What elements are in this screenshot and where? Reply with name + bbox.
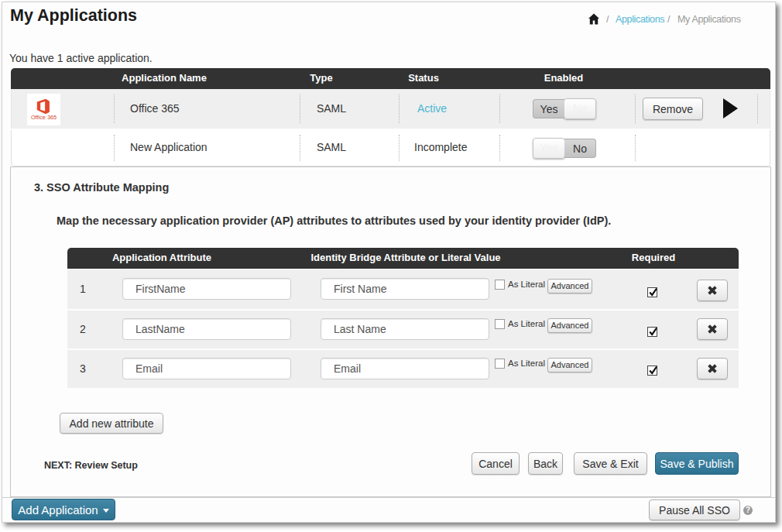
svg-text:Office 365: Office 365 [31, 114, 57, 121]
